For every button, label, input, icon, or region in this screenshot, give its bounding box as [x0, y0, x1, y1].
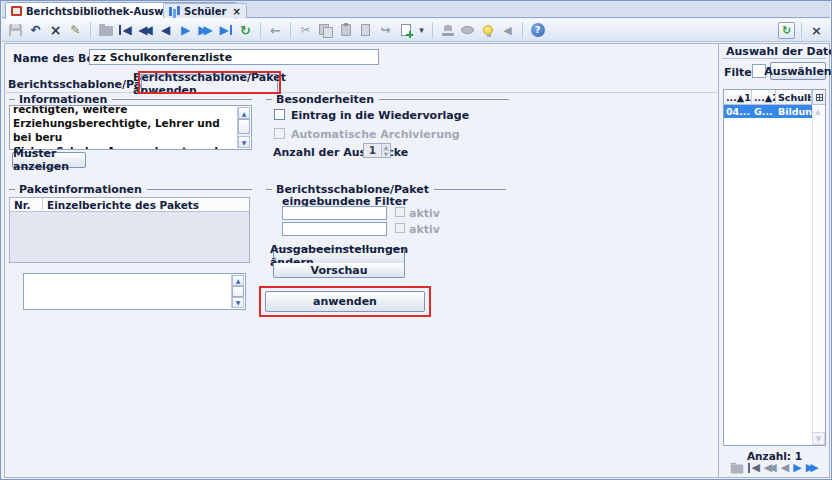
nav-last-icon[interactable]: ▶ [217, 22, 234, 39]
clipboard-glyph [341, 24, 351, 36]
first-record-glyph: ◀ [119, 25, 131, 35]
vorschau-button[interactable]: Vorschau [273, 263, 405, 278]
scroll-down-button[interactable]: ▼ [238, 136, 250, 148]
last-record-glyph: ▶ [219, 25, 231, 35]
back-arrow-icon[interactable]: ← [267, 22, 284, 39]
toolbar-right-group: ↻ × [778, 22, 825, 39]
column-header-nr[interactable]: Nr. [10, 198, 43, 211]
filter2-input[interactable] [282, 222, 387, 236]
folder-icon[interactable] [97, 22, 114, 39]
grid-column-sort2[interactable]: ...▲2 [752, 90, 776, 104]
toolbar-separator [801, 22, 802, 38]
hint-bulb-icon[interactable] [479, 22, 496, 39]
scroll-up-button[interactable]: ▲ [238, 107, 250, 119]
undo-icon[interactable]: ↶ [27, 22, 44, 39]
panel-divider [718, 43, 719, 478]
auswahl-group-title: Auswahl der Daten [722, 45, 826, 58]
stamp-glyph [442, 25, 454, 36]
copy-icon[interactable] [317, 22, 334, 39]
vertical-scrollbar[interactable]: ▲ ▼ [237, 107, 250, 148]
filter1-input[interactable] [282, 206, 387, 220]
toolbar-separator [432, 22, 433, 38]
vertical-scrollbar[interactable]: ▲ ▼ [231, 275, 244, 308]
stamp-icon[interactable] [439, 22, 456, 39]
dropdown-arrow-icon[interactable]: ▾ [417, 22, 426, 39]
scrollbar-thumb[interactable] [232, 286, 244, 297]
scroll-down-button[interactable]: ▼ [232, 297, 244, 308]
new-document-icon[interactable] [397, 22, 414, 39]
edit-icon[interactable]: ✎ [67, 22, 84, 39]
anwenden-button[interactable]: anwenden [265, 291, 425, 312]
help-icon[interactable]: ? [529, 22, 546, 39]
nav-prev-icon[interactable]: ◀ [157, 22, 174, 39]
main-toolbar: ↶ × ✎ ◀ ◀◀ ◀ ▶ ▶▶ ▶ ↻ ← ✂ ↪ ▾ ◀ ? ↻ × [2, 19, 830, 42]
students-icon [169, 6, 180, 16]
nav-prev-fast-icon[interactable]: ◀◀ [764, 461, 777, 474]
window-tab-bar: Berichtsbibliothek-Auswertungen × Schüle… [2, 1, 830, 18]
grid-column-sort1[interactable]: ...▲1 [724, 90, 752, 104]
copy-pages-glyph [319, 24, 332, 36]
spin-down-icon[interactable]: ▼ [382, 151, 390, 157]
grid-cell: 04... [724, 105, 752, 118]
document-icon[interactable] [357, 22, 374, 39]
nav-next-fast-icon[interactable]: ▶▶ [197, 22, 214, 39]
bulb-glyph [483, 25, 493, 35]
nav-first-icon[interactable]: ◀ [117, 22, 134, 39]
nav-prev-fast-icon[interactable]: ◀◀ [137, 22, 154, 39]
tab-schueler[interactable]: Schüler × [163, 3, 247, 18]
scroll-down-icon[interactable]: ▼ [812, 432, 825, 445]
column-select-button[interactable] [812, 90, 825, 104]
grid-selected-row[interactable]: 04... G... Bildungsz... [724, 105, 812, 118]
nav-next-icon[interactable]: ▶ [793, 461, 801, 474]
nav-first-icon[interactable]: ◀ [748, 463, 759, 473]
close-panel-icon[interactable]: × [808, 22, 825, 39]
cut-icon[interactable]: ✂ [297, 22, 314, 39]
ausdrucke-spinner[interactable]: 1 ▲ ▼ [363, 143, 391, 158]
tab-label: Schüler [184, 6, 227, 17]
grid-column-schulbezeichnung[interactable]: Schulbezei... [776, 90, 812, 104]
paket-table[interactable]: Nr. Einzelberichte des Pakets [9, 197, 250, 263]
scroll-up-button[interactable]: ▲ [232, 275, 244, 286]
paket-listbox[interactable]: ▲ ▼ [23, 273, 246, 310]
delete-icon[interactable]: × [47, 22, 64, 39]
refresh-icon[interactable]: ↻ [237, 22, 254, 39]
muster-anzeigen-button[interactable]: Muster anzeigen [12, 152, 86, 168]
folder-glyph [99, 26, 113, 36]
wiedervorlage-label: Eintrag in die Wiedervorlage [291, 109, 469, 122]
tab-close-icon[interactable]: × [233, 6, 241, 17]
grid-scrollbar[interactable]: ▲ ▼ [812, 106, 825, 445]
oval-badge-icon[interactable] [459, 22, 476, 39]
group-title-text: Auswahl der Daten [726, 45, 832, 58]
grid-header-row: ...▲1 ...▲2 Schulbezei... [724, 90, 825, 105]
scrollbar-thumb[interactable] [238, 119, 250, 134]
nav-prev-icon[interactable]: ◀ [781, 461, 789, 474]
wiedervorlage-checkbox[interactable] [274, 109, 285, 120]
informationen-textarea[interactable]: rechtigten, weitere Erziehungsberechtigt… [9, 105, 252, 150]
besonderheiten-group-title: Besonderheiten [266, 93, 509, 106]
paket-table-header: Nr. Einzelberichte des Pakets [10, 198, 249, 212]
report-library-icon [11, 6, 22, 16]
toolbar-separator [522, 22, 523, 38]
auswaehlen-button[interactable]: Auswählen [770, 62, 826, 80]
nav-next-icon[interactable]: ▶ [177, 22, 194, 39]
refresh-data-button[interactable]: ↻ [778, 22, 795, 39]
paste-icon[interactable] [337, 22, 354, 39]
scroll-up-icon[interactable]: ▲ [815, 108, 820, 116]
folder-icon[interactable] [731, 464, 744, 473]
megaphone-icon[interactable]: ◀ [499, 22, 516, 39]
archivierung-checkbox [274, 128, 285, 139]
data-selection-grid[interactable]: ...▲1 ...▲2 Schulbezei... 04... G... Bil… [723, 89, 826, 446]
redo-icon[interactable]: ↪ [377, 22, 394, 39]
toolbar-separator [90, 22, 91, 38]
spin-up-icon[interactable]: ▲ [382, 144, 390, 151]
toolbar-separator [260, 22, 261, 38]
archivierung-label: Automatische Archivierung [291, 128, 460, 141]
nav-next-fast-icon[interactable]: ▶▶ [806, 461, 819, 474]
filter2-aktiv-checkbox [395, 223, 405, 233]
spinner-value: 1 [364, 144, 381, 157]
column-header-einzelberichte[interactable]: Einzelberichte des Pakets [43, 198, 249, 211]
ausgabeeinstellungen-button[interactable]: Ausgabeeinstellungen ändern [273, 248, 405, 264]
tab-schablone-anwenden[interactable]: Berichtsschablone/Paket anwenden [141, 74, 278, 93]
report-name-input[interactable] [89, 49, 379, 65]
save-icon[interactable] [7, 22, 24, 39]
